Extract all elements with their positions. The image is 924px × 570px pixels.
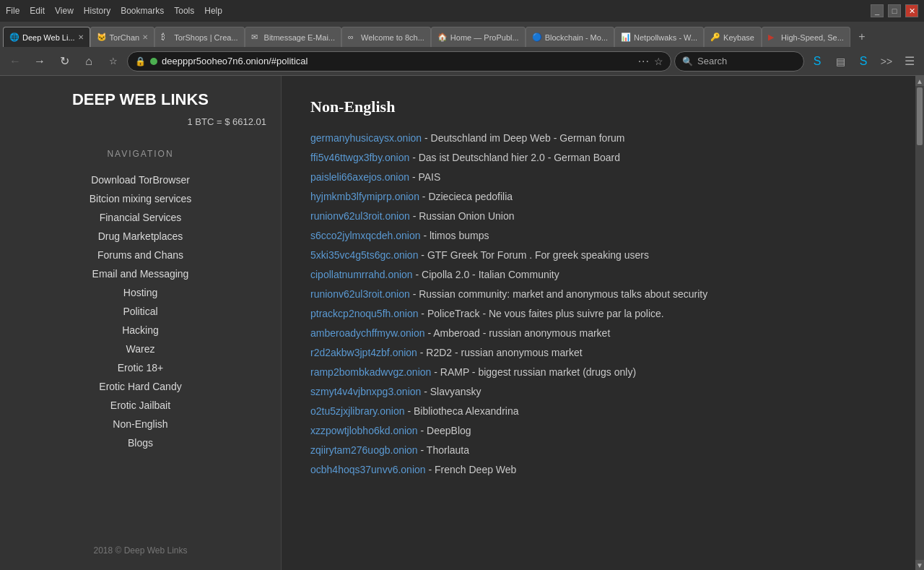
tab-close-1[interactable]: ✕ (142, 33, 148, 41)
menu-help[interactable]: Help (204, 6, 222, 16)
onion-link-8[interactable]: runionv62ul3roit.onion (310, 288, 410, 300)
link-desc-5: - ltimos bumps (423, 230, 489, 241)
tab-1[interactable]: 🐱 TorChan ✕ (90, 27, 155, 47)
scroll-thumb[interactable] (917, 87, 923, 145)
menu-file[interactable]: File (6, 6, 19, 16)
new-tab-button[interactable]: + (852, 27, 872, 47)
onion-link-14[interactable]: o2tu5zjxjlibrary.onion (310, 405, 404, 417)
back-button[interactable]: ← (4, 51, 26, 72)
nav-item-erotic-hard-candy[interactable]: Erotic Hard Candy (0, 377, 281, 396)
search-placeholder[interactable]: Search (697, 56, 727, 66)
scrollbar-right[interactable]: ▲ ▼ (915, 76, 924, 570)
menu-icon[interactable]: ☰ (899, 51, 920, 72)
onion-link-1[interactable]: ffi5v46ttwgx3fby.onion (310, 152, 409, 163)
menu-tools[interactable]: Tools (174, 6, 194, 16)
tab-6[interactable]: 🔵 Blockchain - Mo... (526, 27, 614, 47)
scroll-down-arrow[interactable]: ▼ (915, 560, 924, 570)
forward-button[interactable]: → (29, 51, 51, 72)
list-item: cipollatnumrrahd.onion - Cipolla 2.0 - I… (310, 267, 886, 282)
nav-item-download-torbrowser[interactable]: Download TorBrowser (0, 170, 281, 189)
bookmark-icon[interactable]: ☆ (654, 56, 663, 67)
link-desc-4: - Russian Onion Union (413, 210, 515, 222)
menu-history[interactable]: History (84, 6, 110, 16)
menu-view[interactable]: View (55, 6, 74, 16)
onion-link-16[interactable]: zqiirytam276uogb.onion (310, 444, 418, 456)
tab-4[interactable]: ∞ Welcome to 8ch... (341, 27, 431, 47)
tab-8[interactable]: 🔑 Keybase (704, 27, 762, 47)
tab-0[interactable]: 🌐 Deep Web Li... ✕ (3, 27, 90, 47)
nav-item-hacking[interactable]: Hacking (0, 321, 281, 340)
tab-9[interactable]: ▶ High-Speed, Se... (762, 27, 850, 47)
onion-link-9[interactable]: ptrackcp2noqu5fh.onion (310, 308, 418, 319)
nav-item-hosting[interactable]: Hosting (0, 283, 281, 302)
url-text[interactable]: deepppr5ooheo7n6.onion/#political (162, 56, 634, 66)
menu-bookmarks[interactable]: Bookmarks (121, 6, 164, 16)
nav-item-forums-chans[interactable]: Forums and Chans (0, 246, 281, 264)
nav-item-financial-services[interactable]: Financial Services (0, 208, 281, 227)
list-item: ptrackcp2noqu5fh.onion - PoliceTrack - N… (310, 306, 886, 321)
reload-button[interactable]: ↻ (53, 51, 75, 72)
tab-label-1: TorChan (110, 33, 140, 42)
tab-7[interactable]: 📊 Netpollwaks - W... (614, 27, 704, 47)
onion-link-2[interactable]: paisleli66axejos.onion (310, 171, 409, 183)
tab-3[interactable]: ✉ Bitmessage E-Mai... (245, 27, 341, 47)
tab-favicon-9: ▶ (768, 33, 778, 43)
nav-item-blogs[interactable]: Blogs (0, 433, 281, 452)
onion-link-7[interactable]: cipollatnumrrahd.onion (310, 269, 413, 280)
bookmark-star-button[interactable]: ☆ (103, 51, 124, 72)
onion-link-0[interactable]: germanyhusicaysx.onion (310, 132, 422, 144)
scroll-up-arrow[interactable]: ▲ (915, 76, 924, 86)
tab-2[interactable]: ₿ TorShops | Crea... (154, 27, 244, 47)
more-tools-icon[interactable]: >> (876, 51, 897, 72)
list-item: s6cco2jylmxqcdeh.onion - ltimos bumps (310, 228, 886, 243)
tab-label-0: Deep Web Li... (22, 33, 75, 42)
link-desc-9: - PoliceTrack - Ne vous faites plus suiv… (421, 308, 663, 319)
nav-section-label: NAVIGATION (0, 149, 281, 159)
nav-item-political[interactable]: Political (0, 302, 281, 321)
nav-item-bitcoin-mixing[interactable]: Bitcion mixing services (0, 189, 281, 208)
close-button[interactable]: ✕ (905, 4, 918, 17)
onion-link-4[interactable]: runionv62ul3roit.onion (310, 210, 410, 222)
tab-favicon-1: 🐱 (97, 33, 107, 43)
nav-item-non-english[interactable]: Non-English (0, 415, 281, 433)
nav-item-drug-marketplaces[interactable]: Drug Marketplaces (0, 227, 281, 246)
menu-edit[interactable]: Edit (30, 6, 45, 16)
sidebar-icon[interactable]: S (853, 51, 873, 72)
list-item: r2d2akbw3jpt4zbf.onion - R2D2 - russian … (310, 345, 886, 360)
tab-favicon-0: 🌐 (9, 33, 19, 43)
url-bar[interactable]: 🔒 deepppr5ooheo7n6.onion/#political ··· … (127, 51, 671, 72)
url-more-icon[interactable]: ··· (638, 55, 650, 68)
tab-label-6: Blockchain - Mo... (545, 33, 608, 42)
onion-link-13[interactable]: szmyt4v4vjbnxpg3.onion (310, 386, 421, 397)
maximize-button[interactable]: □ (888, 4, 901, 17)
security-lock-icon: 🔒 (135, 56, 146, 66)
sidebar-nav: NAVIGATION Download TorBrowser Bitcion m… (0, 149, 281, 452)
nav-item-erotic-18[interactable]: Erotic 18+ (0, 358, 281, 377)
onion-link-6[interactable]: 5xki35vc4g5ts6gc.onion (310, 249, 418, 261)
sidebar: DEEP WEB LINKS 1 BTC = $ 6612.01 NAVIGAT… (0, 76, 282, 570)
tab-5[interactable]: 🏠 Home — ProPubl... (431, 27, 526, 47)
skype-icon[interactable]: S (807, 51, 827, 72)
tab-close-0[interactable]: ✕ (78, 33, 84, 41)
onion-link-3[interactable]: hyjmkmb3lfymiprp.onion (310, 191, 419, 202)
tab-favicon-4: ∞ (348, 33, 358, 43)
onion-link-11[interactable]: r2d2akbw3jpt4zbf.onion (310, 347, 417, 358)
reader-view-icon[interactable]: ▤ (830, 51, 850, 72)
nav-item-email-messaging[interactable]: Email and Messaging (0, 264, 281, 283)
nav-item-warez[interactable]: Warez (0, 340, 281, 358)
onion-link-5[interactable]: s6cco2jylmxqcdeh.onion (310, 230, 421, 241)
onion-link-15[interactable]: xzzpowtjlobho6kd.onion (310, 425, 418, 436)
onion-link-12[interactable]: ramp2bombkadwvgz.onion (310, 366, 431, 378)
minimize-button[interactable]: _ (871, 4, 884, 17)
page-content: DEEP WEB LINKS 1 BTC = $ 6612.01 NAVIGAT… (0, 76, 924, 570)
onion-link-10[interactable]: amberoadychffmyw.onion (310, 327, 425, 339)
link-desc-8: - Russian community: market and anonymou… (413, 288, 708, 300)
browser-frame: File Edit View History Bookmarks Tools H… (0, 0, 924, 570)
onion-link-17[interactable]: ocbh4hoqs37unvv6.onion (310, 464, 426, 475)
search-bar[interactable]: 🔍 Search (674, 51, 804, 72)
list-item: ramp2bombkadwvgz.onion - RAMP - biggest … (310, 365, 886, 380)
home-button[interactable]: ⌂ (78, 51, 100, 72)
link-desc-11: - R2D2 - russian anonymous market (420, 347, 583, 358)
nav-item-erotic-jailbait[interactable]: Erotic Jailbait (0, 396, 281, 415)
tab-label-4: Welcome to 8ch... (361, 33, 424, 42)
